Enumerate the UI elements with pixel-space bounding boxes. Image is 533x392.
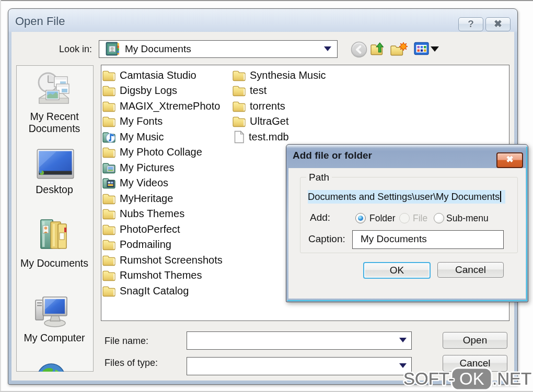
svg-text:OK: OK: [459, 369, 484, 388]
svg-text:.NET: .NET: [492, 369, 531, 388]
svg-text:SOFT-: SOFT-: [403, 369, 454, 388]
